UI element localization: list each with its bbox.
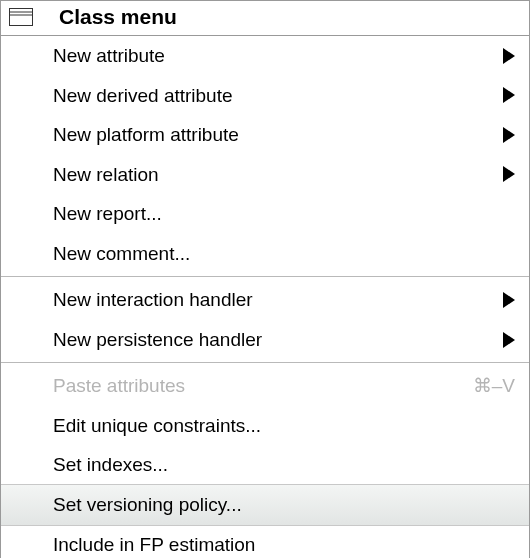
menu-header: Class menu bbox=[1, 1, 529, 36]
svg-marker-5 bbox=[503, 127, 515, 143]
menu-item-label: New persistence handler bbox=[53, 326, 503, 354]
window-icon bbox=[9, 8, 33, 26]
menu-item-set-versioning-policy[interactable]: Set versioning policy... bbox=[1, 484, 529, 526]
submenu-arrow-icon bbox=[503, 48, 515, 64]
menu-item-paste-attributes: Paste attributes ⌘–V bbox=[1, 366, 529, 406]
svg-marker-6 bbox=[503, 166, 515, 182]
menu-item-edit-unique-constraints[interactable]: Edit unique constraints... bbox=[1, 406, 529, 446]
menu-item-label: New interaction handler bbox=[53, 286, 503, 314]
menu-item-label: Set indexes... bbox=[53, 451, 515, 479]
menu-item-include-fp-estimation[interactable]: Include in FP estimation bbox=[1, 525, 529, 558]
menu-item-label: Include in FP estimation bbox=[53, 531, 515, 558]
submenu-arrow-icon bbox=[503, 87, 515, 103]
menu-item-new-platform-attribute[interactable]: New platform attribute bbox=[1, 115, 529, 155]
menu-separator bbox=[1, 276, 529, 277]
menu-title: Class menu bbox=[59, 5, 177, 29]
menu-item-label: New platform attribute bbox=[53, 121, 503, 149]
menu-item-label: New attribute bbox=[53, 42, 503, 70]
menu-item-label: Paste attributes bbox=[53, 372, 473, 400]
menu-item-new-relation[interactable]: New relation bbox=[1, 155, 529, 195]
menu-item-new-derived-attribute[interactable]: New derived attribute bbox=[1, 76, 529, 116]
menu-item-label: Edit unique constraints... bbox=[53, 412, 515, 440]
menu-item-new-persistence-handler[interactable]: New persistence handler bbox=[1, 320, 529, 360]
menu-item-shortcut: ⌘–V bbox=[473, 372, 515, 400]
class-context-menu: Class menu New attribute New derived att… bbox=[0, 0, 530, 558]
submenu-arrow-icon bbox=[503, 332, 515, 348]
svg-rect-0 bbox=[10, 9, 33, 26]
menu-item-label: New comment... bbox=[53, 240, 515, 268]
menu-item-new-comment[interactable]: New comment... bbox=[1, 234, 529, 274]
menu-item-label: New derived attribute bbox=[53, 82, 503, 110]
submenu-arrow-icon bbox=[503, 166, 515, 182]
menu-item-new-interaction-handler[interactable]: New interaction handler bbox=[1, 280, 529, 320]
menu-item-set-indexes[interactable]: Set indexes... bbox=[1, 445, 529, 485]
menu-item-label: Set versioning policy... bbox=[53, 491, 515, 519]
svg-marker-3 bbox=[503, 48, 515, 64]
menu-item-new-attribute[interactable]: New attribute bbox=[1, 36, 529, 76]
svg-marker-7 bbox=[503, 292, 515, 308]
submenu-arrow-icon bbox=[503, 127, 515, 143]
menu-item-new-report[interactable]: New report... bbox=[1, 194, 529, 234]
svg-marker-8 bbox=[503, 332, 515, 348]
menu-item-label: New relation bbox=[53, 161, 503, 189]
submenu-arrow-icon bbox=[503, 292, 515, 308]
svg-marker-4 bbox=[503, 87, 515, 103]
menu-separator bbox=[1, 362, 529, 363]
menu-item-label: New report... bbox=[53, 200, 515, 228]
